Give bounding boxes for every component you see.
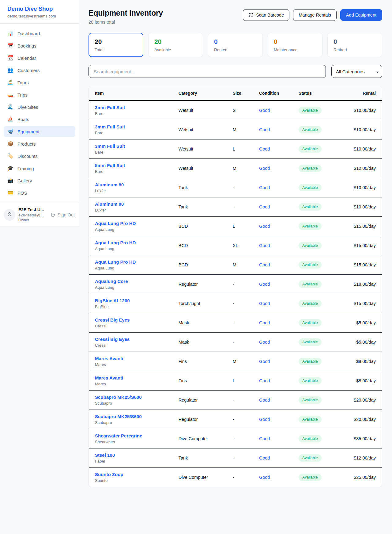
stat-label: Maintenance — [274, 48, 316, 52]
condition-link[interactable]: Good — [259, 127, 270, 132]
condition-link[interactable]: Good — [259, 301, 270, 306]
cell-condition: Good — [253, 371, 292, 391]
cell-rental: $25.00/day — [339, 468, 382, 487]
sidebar-item-bookings[interactable]: 📅Bookings — [4, 40, 75, 51]
condition-link[interactable]: Good — [259, 243, 270, 248]
category-select[interactable]: All Categories — [331, 65, 382, 78]
item-name-link[interactable]: Suunto Zoop — [95, 472, 123, 477]
cell-status: Available — [292, 371, 339, 391]
sidebar-item-dashboard[interactable]: 📊Dashboard — [4, 28, 75, 39]
sidebar-item-discounts[interactable]: 🏷️Discounts — [4, 151, 75, 162]
item-brand: Scubapro — [95, 401, 166, 406]
sidebar-item-equipment[interactable]: 🤿Equipment — [4, 126, 75, 137]
item-name-link[interactable]: Aluminum 80 — [95, 201, 124, 207]
condition-link[interactable]: Good — [259, 166, 270, 171]
cell-condition: Good — [253, 333, 292, 352]
manage-rentals-button[interactable]: Manage Rentals — [293, 9, 337, 21]
condition-link[interactable]: Good — [259, 475, 270, 480]
search-input[interactable] — [89, 65, 326, 78]
condition-link[interactable]: Good — [259, 262, 270, 267]
condition-link[interactable]: Good — [259, 108, 270, 113]
sidebar-item-gallery[interactable]: 📸Gallery — [4, 175, 75, 186]
cell-condition: Good — [253, 101, 292, 120]
condition-link[interactable]: Good — [259, 436, 270, 441]
sidebar-item-trips[interactable]: 🚤Trips — [4, 89, 75, 100]
pos-icon: 💳 — [7, 190, 13, 195]
condition-link[interactable]: Good — [259, 224, 270, 229]
stat-card-retired[interactable]: 0Retired — [327, 33, 382, 57]
sidebar-item-training[interactable]: 🎓Training — [4, 163, 75, 174]
item-brand: Cressi — [95, 343, 166, 348]
condition-link[interactable]: Good — [259, 204, 270, 209]
cell-size: - — [227, 178, 253, 197]
item-name-link[interactable]: BigBlue AL1200 — [95, 298, 130, 303]
cell-category: BCD — [172, 236, 227, 255]
sidebar-item-boats[interactable]: ⛵Boats — [4, 114, 75, 125]
item-name-link[interactable]: Mares Avanti — [95, 375, 123, 380]
table-row: Mares AvantiMaresFinsLGoodAvailable$8.00… — [89, 371, 382, 391]
bookings-icon: 📅 — [7, 43, 13, 48]
condition-link[interactable]: Good — [259, 378, 270, 383]
cell-category: Mask — [172, 313, 227, 333]
item-name-link[interactable]: Aluminum 80 — [95, 182, 124, 187]
item-brand: Bare — [95, 169, 166, 174]
sidebar-item-pos[interactable]: 💳POS — [4, 187, 75, 198]
status-badge: Available — [299, 454, 322, 462]
item-name-link[interactable]: Scubapro MK25/S600 — [95, 395, 142, 400]
stat-card-rented[interactable]: 0Rented — [208, 33, 263, 57]
condition-link[interactable]: Good — [259, 320, 270, 325]
sidebar-item-calendar[interactable]: 📆Calendar — [4, 52, 75, 63]
item-brand: Bare — [95, 131, 166, 135]
item-name-link[interactable]: Aqua Lung Pro HD — [95, 259, 136, 265]
item-name-link[interactable]: Scubapro MK25/S600 — [95, 414, 142, 419]
sidebar-item-dive-sites[interactable]: 🌊Dive Sites — [4, 101, 75, 113]
cell-item: Cressi Big EyesCressi — [89, 333, 172, 352]
condition-link[interactable]: Good — [259, 398, 270, 402]
condition-link[interactable]: Good — [259, 359, 270, 364]
manage-rentals-label: Manage Rentals — [299, 13, 331, 17]
condition-link[interactable]: Good — [259, 417, 270, 422]
sidebar-item-tours[interactable]: 🏝️Tours — [4, 77, 75, 88]
status-badge: Available — [299, 242, 322, 249]
condition-link[interactable]: Good — [259, 340, 270, 345]
item-name-link[interactable]: Cressi Big Eyes — [95, 317, 130, 322]
item-name-link[interactable]: Mares Avanti — [95, 356, 123, 361]
item-name-link[interactable]: Aqua Lung Pro HD — [95, 221, 136, 226]
cell-item: 5mm Full SuitBare — [89, 159, 172, 178]
condition-link[interactable]: Good — [259, 147, 270, 151]
stat-card-total[interactable]: 20Total — [89, 33, 143, 57]
sidebar-item-products[interactable]: 📦Products — [4, 138, 75, 149]
item-name-link[interactable]: Aqua Lung Pro HD — [95, 240, 136, 245]
item-name-link[interactable]: Cressi Big Eyes — [95, 337, 130, 342]
column-header-condition: Condition — [253, 86, 292, 101]
item-name-link[interactable]: Steel 100 — [95, 452, 115, 458]
table-row: BigBlue AL1200BigBlueTorch/Light-GoodAva… — [89, 294, 382, 313]
item-name-link[interactable]: 3mm Full Suit — [95, 143, 125, 149]
condition-link[interactable]: Good — [259, 456, 270, 460]
cell-item: Scubapro MK25/S600Scubapro — [89, 410, 172, 429]
stat-card-available[interactable]: 20Available — [148, 33, 203, 57]
item-name-link[interactable]: Aqualung Core — [95, 279, 128, 284]
brand-name[interactable]: Demo Dive Shop — [7, 6, 72, 12]
cell-item: 3mm Full SuitBare — [89, 120, 172, 139]
item-name-link[interactable]: Shearwater Peregrine — [95, 433, 142, 438]
scan-barcode-button[interactable]: Scan Barcode — [243, 9, 289, 21]
table-row: Aluminum 80LuxferTank-GoodAvailable$10.0… — [89, 197, 382, 217]
item-name-link[interactable]: 3mm Full Suit — [95, 105, 125, 110]
item-name-link[interactable]: 3mm Full Suit — [95, 124, 125, 129]
sidebar-item-customers[interactable]: 👥Customers — [4, 65, 75, 76]
stat-card-maintenance[interactable]: 0Maintenance — [268, 33, 322, 57]
cell-status: Available — [292, 352, 339, 371]
condition-link[interactable]: Good — [259, 282, 270, 287]
condition-link[interactable]: Good — [259, 185, 270, 190]
sidebar-item-label: Discounts — [17, 154, 38, 159]
add-equipment-button[interactable]: Add Equipment — [340, 9, 382, 21]
sidebar-item-label: Tours — [17, 80, 29, 85]
item-brand: BigBlue — [95, 304, 166, 309]
status-badge: Available — [299, 126, 322, 133]
item-name-link[interactable]: 5mm Full Suit — [95, 163, 125, 168]
cell-item: Cressi Big EyesCressi — [89, 313, 172, 333]
sign-out-button[interactable]: Sign Out — [51, 212, 75, 217]
cell-size: - — [227, 391, 253, 410]
cell-rental: $10.00/day — [339, 139, 382, 159]
